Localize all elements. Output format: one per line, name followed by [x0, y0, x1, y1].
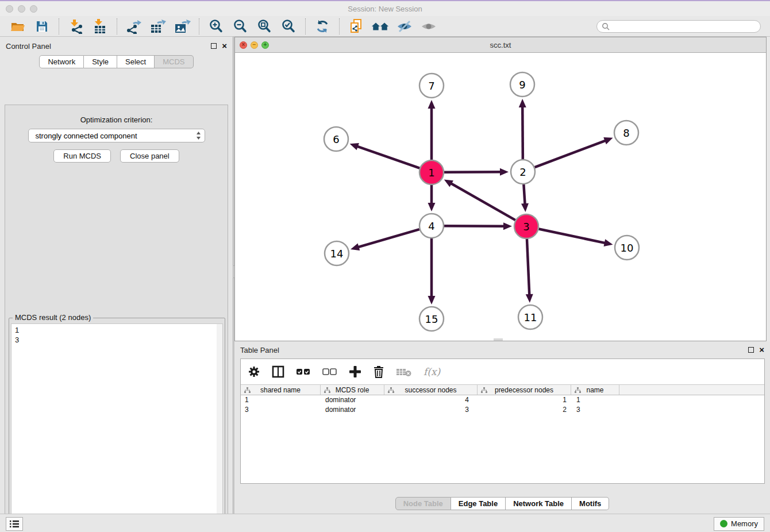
control-panel: Control Panel × NetworkStyleSelectMCDS O…: [0, 37, 233, 514]
optimization-criterion-select[interactable]: strongly connected component: [28, 129, 205, 142]
stepper-icon: [196, 131, 201, 140]
close-panel-button[interactable]: Close panel: [120, 149, 179, 163]
column-header-mcds-role[interactable]: MCDS role: [321, 385, 384, 395]
tab-network[interactable]: Network: [39, 55, 84, 68]
zoom-out-icon: [233, 19, 248, 34]
zoom-selected-icon: [281, 19, 296, 34]
graph-edge-arrowhead: [428, 203, 436, 211]
network-window-resize-handle[interactable]: [494, 338, 503, 341]
plus-icon: [349, 365, 361, 378]
tab-mcds[interactable]: MCDS: [155, 55, 193, 68]
table-cell[interactable]: dominator: [321, 405, 384, 415]
table-row[interactable]: 3dominator323: [241, 405, 764, 415]
table-cell[interactable]: 2: [478, 405, 571, 415]
zoom-in-button[interactable]: [207, 18, 225, 35]
column-header-shared-name[interactable]: shared name: [241, 385, 321, 395]
float-panel-icon[interactable]: [211, 43, 217, 49]
table-cell[interactable]: 1: [478, 395, 571, 405]
first-neighbors-button[interactable]: [371, 18, 390, 35]
tab-node-table[interactable]: Node Table: [395, 497, 451, 510]
graph-edge-arrowhead: [503, 222, 512, 230]
table-body: 1dominator4113dominator323: [241, 395, 764, 415]
zoom-fit-button[interactable]: [255, 18, 274, 35]
graph-edge-2-9[interactable]: [522, 106, 523, 159]
table-cell[interactable]: 1: [241, 395, 321, 405]
close-panel-icon[interactable]: ×: [222, 43, 227, 49]
table-cell[interactable]: 1: [571, 395, 619, 405]
table-settings-button[interactable]: [248, 365, 260, 378]
save-session-button[interactable]: [33, 18, 51, 35]
graph-edge-2-8[interactable]: [535, 140, 607, 167]
task-history-button[interactable]: [6, 517, 23, 531]
search-box[interactable]: [596, 20, 761, 33]
graph-edge-1-2[interactable]: [444, 172, 502, 172]
graph-edge-4-3[interactable]: [444, 226, 505, 226]
search-icon: [602, 22, 610, 30]
trash-icon: [373, 365, 384, 379]
selected-option-label: strongly connected component: [36, 132, 196, 140]
open-session-button[interactable]: [9, 18, 27, 35]
network-canvas[interactable]: 7968124314101511: [235, 53, 766, 341]
tab-select[interactable]: Select: [117, 55, 155, 68]
unchecked-boxes-icon: [322, 368, 337, 376]
hide-selected-button[interactable]: [395, 18, 414, 35]
table-cell[interactable]: 3: [241, 405, 321, 415]
table-cell[interactable]: 3: [384, 405, 478, 415]
network-file-button[interactable]: [347, 18, 365, 35]
import-network-button[interactable]: [67, 18, 85, 35]
export-network-button[interactable]: [125, 18, 143, 35]
optimization-criterion-label: Optimization criterion:: [5, 115, 228, 124]
float-table-panel-icon[interactable]: [748, 347, 754, 353]
graph-edge-3-11[interactable]: [527, 239, 529, 296]
tab-motifs[interactable]: Motifs: [572, 497, 609, 510]
result-scrollbar[interactable]: [217, 324, 222, 532]
graph-node-label-14: 14: [330, 248, 344, 260]
tab-edge-table[interactable]: Edge Table: [451, 497, 506, 510]
graph-edge-2-3[interactable]: [523, 184, 525, 205]
graph-node-label-15: 15: [425, 313, 438, 325]
refresh-button[interactable]: [313, 18, 332, 35]
network-canvas-svg: 7968124314101511: [235, 53, 766, 341]
graph-edge-arrowhead: [604, 239, 613, 246]
show-all-button[interactable]: [419, 18, 438, 35]
tab-style[interactable]: Style: [84, 55, 117, 68]
run-mcds-button[interactable]: Run MCDS: [53, 149, 111, 163]
column-header-successor-nodes[interactable]: successor nodes: [384, 385, 478, 395]
export-image-button[interactable]: [173, 18, 191, 35]
graph-edge-3-10[interactable]: [539, 229, 606, 244]
memory-button[interactable]: Memory: [714, 517, 764, 531]
table-row[interactable]: 1dominator411: [241, 395, 764, 405]
mcds-result-title: MCDS result (2 nodes): [13, 313, 93, 322]
graph-edge-1-6[interactable]: [356, 146, 419, 168]
zoom-selected-button[interactable]: [279, 18, 298, 35]
graph-edge-arrowhead: [428, 296, 436, 304]
create-column-button[interactable]: [349, 365, 361, 378]
columns-icon: [272, 365, 284, 378]
control-tab-bar: NetworkStyleSelectMCDS: [0, 55, 233, 68]
export-table-button[interactable]: [149, 18, 167, 35]
select-all-button[interactable]: [296, 368, 311, 376]
column-header-name[interactable]: name: [571, 385, 619, 395]
close-table-panel-icon[interactable]: ×: [759, 347, 764, 353]
import-table-button[interactable]: [91, 18, 109, 35]
column-type-icon: [324, 387, 330, 394]
mcds-result-textarea[interactable]: 13: [11, 323, 223, 532]
delete-column-button[interactable]: [373, 365, 384, 379]
deselect-all-button[interactable]: [322, 368, 337, 376]
table-cell[interactable]: 3: [571, 405, 619, 415]
search-input[interactable]: [613, 22, 756, 30]
column-header-predecessor-nodes[interactable]: predecessor nodes: [478, 385, 571, 395]
table-tab-bar: Node TableEdge TableNetwork TableMotifs: [234, 497, 770, 510]
window-title: Session: New Session: [0, 5, 770, 13]
graph-edge-4-14[interactable]: [357, 229, 419, 248]
application-window: Session: New Session: [0, 0, 770, 532]
graph-edge-3-1[interactable]: [450, 183, 515, 220]
table-cell[interactable]: dominator: [321, 395, 384, 405]
houses-icon: [371, 19, 390, 34]
show-column-panel-button[interactable]: [272, 365, 284, 378]
tab-network-table[interactable]: Network Table: [506, 497, 572, 510]
delete-table-icon: [396, 367, 412, 377]
memory-label: Memory: [731, 519, 758, 528]
table-cell[interactable]: 4: [384, 395, 478, 405]
zoom-out-button[interactable]: [231, 18, 249, 35]
